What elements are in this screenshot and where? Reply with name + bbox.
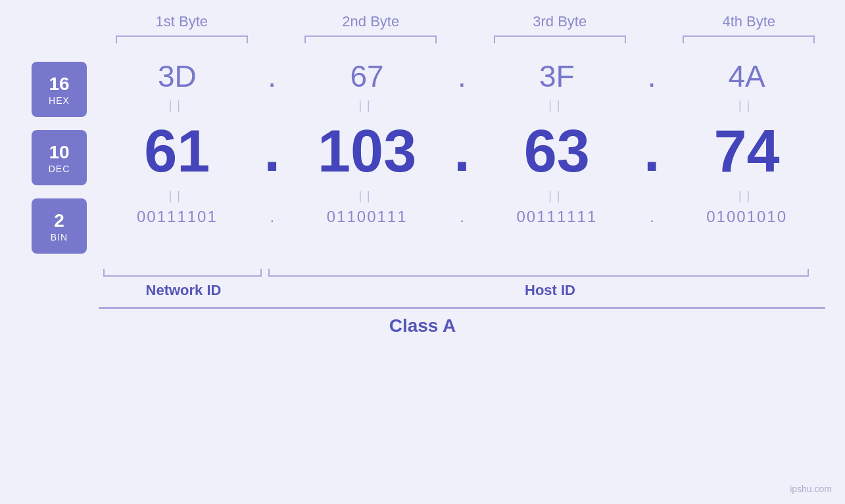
bin-val-2: 01100111: [327, 208, 408, 225]
net-bottom-bracket: [99, 263, 262, 277]
sep-1-2: ||: [358, 99, 375, 112]
sep-1-4: ||: [738, 99, 755, 112]
hex-dot-3: .: [648, 59, 656, 93]
hex-badge: 16 HEX: [32, 62, 87, 117]
sep-1-1: ||: [169, 99, 185, 112]
bin-badge: 2 BIN: [32, 198, 87, 254]
sep-row-2: || || || ||: [99, 188, 825, 204]
watermark: ipshu.com: [790, 484, 832, 494]
hex-row: 3D . 67 . 3F . 4A: [99, 55, 825, 97]
hex-val-1: 3D: [158, 59, 197, 93]
hex-base-name: HEX: [49, 95, 70, 106]
bin-val-4: 01001010: [706, 208, 787, 225]
dec-dot-2: .: [454, 118, 470, 183]
dec-val-1: 61: [144, 118, 210, 184]
class-section: Class A: [20, 307, 825, 343]
bin-base-num: 2: [54, 210, 64, 232]
host-bottom-bracket: [268, 263, 825, 277]
bottom-brackets: [99, 263, 825, 277]
class-label: Class A: [20, 309, 825, 343]
sep-2-4: ||: [738, 189, 755, 202]
sep-2-2: ||: [358, 189, 375, 202]
byte-header-4: 4th Byte: [654, 13, 844, 35]
network-id-label: Network ID: [99, 279, 268, 302]
byte-header-2: 2nd Byte: [276, 13, 466, 35]
dec-val-2: 103: [318, 118, 416, 184]
dec-row: 61 . 103 . 63 . 74: [99, 114, 825, 188]
hex-dot-1: .: [268, 59, 276, 93]
values-grid: 3D . 67 . 3F . 4A: [99, 55, 825, 260]
dec-base-num: 10: [49, 141, 69, 164]
hex-val-3: 3F: [539, 59, 575, 93]
bin-val-1: 00111101: [137, 208, 218, 225]
bin-base-name: BIN: [51, 232, 68, 242]
sep-row-1: || || || ||: [99, 97, 825, 114]
dec-dot-1: .: [264, 118, 280, 183]
id-labels: Network ID Host ID: [99, 279, 825, 302]
hex-dot-2: .: [458, 59, 466, 93]
hex-val-2: 67: [350, 59, 384, 93]
bin-row: 00111101 . 01100111 . 00111111 .: [99, 204, 825, 229]
dec-val-3: 63: [524, 118, 590, 184]
bottom-section: Network ID Host ID: [20, 263, 825, 302]
top-bracket-2: [276, 35, 466, 49]
hex-val-4: 4A: [728, 59, 765, 93]
bin-dot-2: .: [460, 208, 464, 225]
sep-1-3: ||: [548, 99, 565, 112]
top-bracket-4: [654, 35, 844, 49]
bin-dot-1: .: [270, 208, 274, 225]
dec-badge: 10 DEC: [32, 130, 87, 185]
sep-2-1: ||: [169, 189, 185, 202]
host-id-label: Host ID: [275, 279, 825, 302]
hex-base-num: 16: [49, 73, 69, 95]
base-labels: 16 HEX 10 DEC 2 BIN: [20, 55, 99, 260]
dec-base-name: DEC: [49, 164, 70, 174]
top-bracket-3: [466, 35, 655, 49]
top-bracket-1: [87, 35, 277, 49]
bin-dot-3: .: [650, 208, 654, 225]
byte-header-3: 3rd Byte: [466, 13, 655, 35]
sep-2-3: ||: [548, 189, 565, 202]
dec-dot-3: .: [644, 118, 660, 183]
dec-val-4: 74: [714, 118, 780, 184]
byte-header-1: 1st Byte: [87, 13, 277, 35]
bin-val-3: 00111111: [516, 208, 597, 225]
